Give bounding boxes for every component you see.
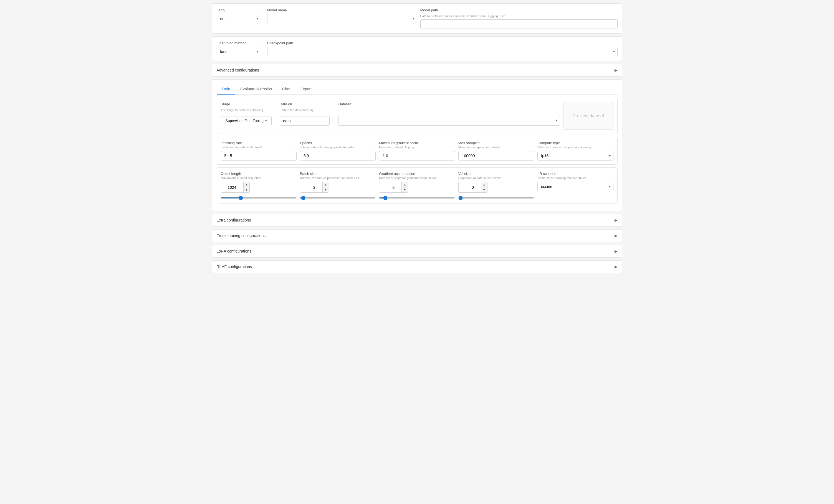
val-size-down-button[interactable]: ▼ <box>481 187 487 192</box>
dataset-label: Dataset <box>338 102 560 106</box>
max-samples-input[interactable] <box>458 151 534 161</box>
compute-type-label: Compute type <box>537 141 613 145</box>
finetuning-method-select[interactable]: lora full freeze qlora <box>217 47 261 56</box>
lr-label: Learning rate <box>221 141 297 145</box>
cutoff-length-label: Cutoff length <box>221 171 297 176</box>
batch-size-slider[interactable] <box>300 198 376 199</box>
batch-size-hint: Number of samples processed on each GPU. <box>300 176 376 180</box>
lora-configurations-label: LoRA configurations <box>217 249 251 253</box>
epochs-input[interactable] <box>300 151 376 161</box>
lora-configurations-header[interactable]: LoRA configurations ▶ <box>212 245 622 257</box>
stage-hint: The stage to perform in training. <box>221 108 276 112</box>
lr-scheduler-select[interactable]: cosine linear constant constant_with_war… <box>537 182 613 191</box>
rlhf-configurations-label: RLHF configurations <box>217 265 252 269</box>
model-path-hint: Path to pretrained model or model identi… <box>420 15 618 18</box>
lr-scheduler-label: LR scheduler <box>537 171 613 176</box>
stage-button[interactable]: Supervised Fine-Tuning <box>221 116 272 125</box>
val-size-label: Val size <box>458 171 534 176</box>
data-dir-label: Data dir <box>280 102 335 106</box>
max-samples-label: Max samples <box>458 141 534 145</box>
tabs-bar: Train Evaluate & Predict Chat Export <box>217 84 618 94</box>
data-dir-input[interactable] <box>280 116 330 125</box>
max-grad-norm-label: Maximum gradient norm <box>379 141 455 145</box>
model-name-label: Model name <box>267 8 417 12</box>
model-path-label: Model path <box>420 8 618 12</box>
batch-size-input[interactable] <box>300 183 322 192</box>
freeze-tuning-chevron-icon: ▶ <box>615 233 618 238</box>
compute-type-hint: Whether to use mixed precision training. <box>537 145 613 149</box>
stage-value: Supervised Fine-Tuning <box>225 119 264 123</box>
lang-label: Lang <box>217 8 264 12</box>
checkpoint-path-select[interactable] <box>267 47 618 56</box>
model-path-input[interactable] <box>420 19 618 29</box>
checkpoint-path-label: Checkpoint path <box>267 41 618 45</box>
rlhf-configurations-header[interactable]: RLHF configurations ▶ <box>212 260 622 273</box>
rlhf-configurations-chevron-icon: ▶ <box>615 265 618 269</box>
cutoff-length-input[interactable] <box>221 183 243 192</box>
val-size-slider[interactable] <box>458 198 534 199</box>
data-dir-hint: Path to the data directory. <box>280 108 335 112</box>
grad-accum-input[interactable] <box>379 183 401 192</box>
advanced-configurations-label: Advanced configurations <box>217 68 259 72</box>
preview-dataset-label: Preview dataset <box>573 113 604 118</box>
lr-hint: Initial learning rate for AdamW. <box>221 145 297 149</box>
cutoff-length-hint: Max tokens in input sequence. <box>221 176 297 180</box>
extra-configurations-label: Extra configurations <box>217 218 251 222</box>
preview-dataset-area[interactable]: Preview dataset <box>564 102 613 130</box>
epochs-label: Epochs <box>300 141 376 145</box>
grad-accum-down-button[interactable]: ▼ <box>402 187 408 192</box>
extra-configurations-chevron-icon: ▶ <box>615 218 618 222</box>
compute-type-select[interactable]: fp16 bf16 fp32 pure_bf16 <box>537 151 613 161</box>
advanced-configurations-chevron-icon: ▶ <box>615 68 618 72</box>
cutoff-length-down-button[interactable]: ▼ <box>244 187 250 192</box>
max-grad-norm-input[interactable] <box>379 151 455 161</box>
finetuning-method-label: Finetuning method <box>217 41 264 45</box>
tab-chat[interactable]: Chat <box>277 84 295 94</box>
epochs-hint: Total number of training epochs to perfo… <box>300 145 376 149</box>
grad-accum-label: Gradient accumulation <box>379 171 455 176</box>
max-samples-hint: Maximum samples per dataset. <box>458 145 534 149</box>
extra-configurations-header[interactable]: Extra configurations ▶ <box>212 214 622 227</box>
val-size-input[interactable] <box>459 183 481 192</box>
stage-label: Stage <box>221 102 276 106</box>
grad-accum-hint: Number of steps for gradient accumulatio… <box>379 176 455 180</box>
batch-size-up-button[interactable]: ▲ <box>323 182 329 187</box>
dataset-select[interactable] <box>338 115 560 125</box>
grad-accum-up-button[interactable]: ▲ <box>402 182 408 187</box>
val-size-hint: Proportion of data in the dev set. <box>458 176 534 180</box>
cutoff-length-up-button[interactable]: ▲ <box>244 182 250 187</box>
freeze-tuning-header[interactable]: Freeze tuning configurations ▶ <box>212 229 622 242</box>
freeze-tuning-label: Freeze tuning configurations <box>217 233 266 238</box>
grad-accum-slider[interactable] <box>379 198 455 199</box>
cutoff-length-slider[interactable] <box>221 198 297 199</box>
batch-size-down-button[interactable]: ▼ <box>323 187 329 192</box>
tab-export[interactable]: Export <box>295 84 316 94</box>
tab-train[interactable]: Train <box>217 84 235 94</box>
max-grad-norm-hint: Norm for gradient clipping. <box>379 145 455 149</box>
val-size-up-button[interactable]: ▲ <box>481 182 487 187</box>
lora-configurations-chevron-icon: ▶ <box>615 249 618 253</box>
tab-evaluate-predict[interactable]: Evaluate & Predict <box>235 84 277 94</box>
lang-select[interactable]: en zh ja ko <box>217 14 261 23</box>
lr-scheduler-hint: Name of the learning rate scheduler. <box>537 176 613 180</box>
batch-size-label: Batch size <box>300 171 376 176</box>
model-name-select[interactable] <box>267 14 417 23</box>
lr-input[interactable] <box>221 151 297 161</box>
advanced-configurations-header[interactable]: Advanced configurations ▶ <box>212 64 622 76</box>
